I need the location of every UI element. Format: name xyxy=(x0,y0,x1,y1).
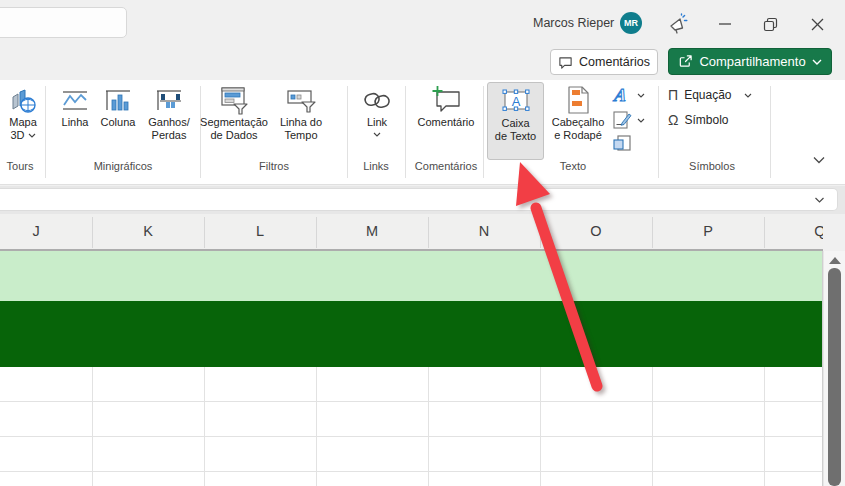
user-name[interactable]: Marcos Rieper xyxy=(533,16,614,30)
link-label: Link xyxy=(367,116,387,129)
column-separator xyxy=(764,217,765,248)
minimize-button[interactable] xyxy=(712,12,738,36)
ganhos-perdas-label-1: Ganhos/ xyxy=(148,116,190,129)
column-header-row: J K L M N O P Q xyxy=(0,214,823,251)
simbolo-label: Símbolo xyxy=(684,113,728,127)
symbol-icon: Ω xyxy=(668,112,678,128)
ribbon-button-objeto[interactable] xyxy=(612,133,632,153)
column-header-k[interactable]: K xyxy=(134,223,162,239)
equacao-chevron-icon xyxy=(744,93,752,98)
close-button[interactable] xyxy=(804,12,830,36)
group-label-simbolos: Símbolos xyxy=(689,160,735,172)
equacao-label: Equação xyxy=(684,88,731,102)
gridline xyxy=(316,367,317,486)
ribbon-button-wordart[interactable]: A xyxy=(612,85,645,105)
ribbon-button-ganhos-perdas[interactable]: Ganhos/ Perdas xyxy=(141,84,197,160)
excel-window: Marcos Rieper MR Comentários xyxy=(0,0,845,486)
gridline xyxy=(0,436,823,437)
gridline xyxy=(92,367,93,486)
gridline xyxy=(204,367,205,486)
group-divider xyxy=(770,86,771,178)
formula-bar-input[interactable] xyxy=(0,188,838,211)
spreadsheet-grid[interactable] xyxy=(0,251,823,486)
equation-icon: Π xyxy=(668,87,678,103)
comments-button[interactable]: Comentários xyxy=(550,49,658,75)
scrollbar-thumb[interactable] xyxy=(828,268,841,486)
group-label-texto: Texto xyxy=(560,160,586,172)
group-label-links: Links xyxy=(363,160,389,172)
mapa-3d-label-1: Mapa xyxy=(9,116,37,129)
link-icon xyxy=(362,84,392,116)
gridline xyxy=(764,367,765,486)
sparkline-winloss-icon xyxy=(154,84,184,116)
column-header-m[interactable]: M xyxy=(358,223,386,239)
slicer-icon xyxy=(218,84,250,116)
sparkline-line-icon xyxy=(60,84,90,116)
ribbon-button-simbolo[interactable]: Ω Símbolo xyxy=(668,112,729,128)
vertical-scrollbar[interactable] xyxy=(823,251,845,486)
formula-bar-expand-chevron-icon[interactable] xyxy=(814,197,825,204)
ribbon-button-comentario[interactable]: Comentário xyxy=(412,84,480,160)
linha-do-tempo-label-2: Tempo xyxy=(284,129,317,142)
share-button-label: Compartilhamento xyxy=(699,54,805,69)
share-icon xyxy=(678,54,693,69)
column-separator xyxy=(540,217,541,248)
scroll-up-arrow[interactable] xyxy=(829,257,841,264)
new-comment-icon xyxy=(429,84,463,116)
wordart-icon: A xyxy=(612,85,632,105)
ribbon-button-mapa-3d[interactable]: Mapa 3D xyxy=(1,84,45,160)
caixa-de-texto-label-2: de Texto xyxy=(495,130,536,143)
ribbon-button-linha-de-assinatura[interactable] xyxy=(612,110,645,130)
avatar[interactable]: MR xyxy=(620,12,642,34)
gridline xyxy=(0,401,823,402)
highlighted-row-light-green[interactable] xyxy=(0,251,823,301)
document-tab[interactable] xyxy=(0,7,127,38)
ribbon-button-coluna[interactable]: Coluna xyxy=(97,84,139,160)
ribbon-button-equacao[interactable]: Π Equação xyxy=(668,87,752,103)
whats-new-megaphone-icon[interactable] xyxy=(666,13,690,35)
wordart-chevron-icon xyxy=(637,93,645,98)
group-label-comentarios: Comentários xyxy=(415,160,477,172)
ganhos-perdas-label-2: Perdas xyxy=(152,129,187,142)
column-header-l[interactable]: L xyxy=(246,223,274,239)
formula-bar-strip xyxy=(0,186,845,214)
ribbon-button-linha-do-tempo[interactable]: Linha do Tempo xyxy=(272,84,330,160)
comments-button-label: Comentários xyxy=(579,55,650,69)
gridline xyxy=(540,367,541,486)
linha-do-tempo-label-1: Linha do xyxy=(280,116,322,129)
group-divider xyxy=(483,86,484,178)
object-icon xyxy=(612,133,632,153)
column-header-p[interactable]: P xyxy=(694,223,722,239)
collapse-ribbon-button[interactable] xyxy=(812,156,826,164)
ribbon-button-linha[interactable]: Linha xyxy=(55,84,95,160)
column-header-o[interactable]: O xyxy=(582,223,610,239)
share-dropdown-chevron-icon xyxy=(812,59,822,65)
ribbon-button-link[interactable]: Link xyxy=(356,84,398,160)
highlighted-row-dark-green[interactable] xyxy=(0,301,823,367)
group-label-filtros: Filtros xyxy=(259,160,289,172)
comentario-label: Comentário xyxy=(418,116,475,129)
segmentacao-label-2: de Dados xyxy=(210,129,257,142)
comment-bubble-icon xyxy=(558,55,573,70)
restore-button[interactable] xyxy=(757,12,783,36)
share-button[interactable]: Compartilhamento xyxy=(668,48,832,75)
cabecalho-label-1: Cabeçalho xyxy=(552,116,605,129)
column-separator xyxy=(652,217,653,248)
mapa-3d-label-2: 3D xyxy=(10,129,24,142)
column-separator xyxy=(92,217,93,248)
gridline xyxy=(428,367,429,486)
linha-label: Linha xyxy=(62,116,89,129)
caixa-de-texto-label-1: Caixa xyxy=(501,117,529,130)
column-separator xyxy=(428,217,429,248)
ribbon-button-caixa-de-texto[interactable]: A Caixa de Texto xyxy=(487,82,544,160)
column-header-j[interactable]: J xyxy=(22,223,50,239)
ribbon-button-cabecalho-e-rodape[interactable]: Cabeçalho e Rodapé xyxy=(546,84,610,160)
column-header-q[interactable]: Q xyxy=(806,223,823,239)
group-label-minigraficos: Minigráficos xyxy=(94,160,153,172)
cabecalho-label-2: e Rodapé xyxy=(554,129,602,142)
ribbon-button-segmentacao-de-dados[interactable]: Segmentação de Dados xyxy=(204,84,264,160)
sparkline-column-icon xyxy=(103,84,133,116)
column-separator xyxy=(204,217,205,248)
column-header-n[interactable]: N xyxy=(470,223,498,239)
group-label-tours: Tours xyxy=(7,160,34,172)
